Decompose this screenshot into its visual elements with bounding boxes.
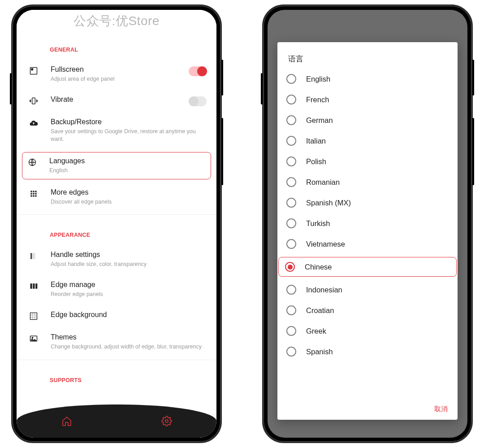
settings-row-vibrate[interactable]: Vibrate — [24, 89, 209, 112]
globe-icon — [24, 157, 40, 167]
radio-icon — [286, 136, 296, 146]
language-option-vietnamese[interactable]: Vietnamese — [280, 234, 455, 254]
svg-point-20 — [32, 337, 33, 339]
radio-icon — [286, 218, 296, 228]
cancel-button[interactable]: 取消 — [434, 405, 448, 413]
section-header: APPEARANCE — [24, 217, 209, 244]
settings-row-subtitle: Adjust area of edge panel — [51, 75, 209, 83]
settings-row-languages[interactable]: LanguagesEnglish — [22, 152, 211, 179]
settings-row-title: More edges — [51, 188, 209, 196]
svg-rect-2 — [32, 98, 35, 104]
language-option-label: Polish — [306, 157, 326, 166]
language-option-label: Greek — [306, 327, 326, 335]
language-option-label: German — [306, 116, 333, 125]
toggle-vibrate[interactable] — [189, 96, 207, 106]
svg-rect-15 — [30, 283, 32, 289]
screen-language-dialog: 语言 EnglishFrenchGermanItalianPolishRoman… — [268, 10, 467, 438]
nav-home[interactable] — [17, 405, 117, 438]
settings-row-subtitle: Change background, adjust width of edge,… — [51, 343, 209, 351]
radio-icon — [286, 177, 296, 187]
svg-rect-7 — [30, 193, 32, 194]
radio-icon — [286, 326, 296, 336]
handle-icon — [26, 251, 42, 261]
svg-point-21 — [165, 420, 168, 422]
language-option-german[interactable]: German — [280, 110, 455, 130]
bottom-nav — [17, 405, 216, 438]
svg-rect-5 — [33, 191, 34, 192]
settings-row-edge-background[interactable]: Edge background — [24, 304, 209, 327]
language-option-label: Spanish — [306, 348, 333, 356]
screen-settings: 公众号:优Store GENERALFullscreenAdjust area … — [17, 10, 216, 438]
settings-row-subtitle: Save your settings to Google Drive, rest… — [51, 128, 209, 143]
language-option-turkish[interactable]: Turkish — [280, 213, 455, 234]
language-dialog: 语言 EnglishFrenchGermanItalianPolishRoman… — [277, 42, 458, 420]
language-option-indonesian[interactable]: Indonesian — [280, 279, 455, 300]
language-option-label: Italian — [306, 137, 326, 145]
settings-row-title: Edge manage — [51, 281, 209, 289]
svg-rect-16 — [33, 283, 35, 289]
radio-icon — [285, 262, 295, 272]
settings-row-title: Languages — [49, 157, 211, 165]
svg-rect-14 — [30, 253, 32, 259]
settings-row-fullscreen[interactable]: FullscreenAdjust area of edge panel — [24, 59, 209, 89]
svg-rect-11 — [33, 195, 34, 196]
language-option-label: Chinese — [305, 263, 332, 271]
language-option-label: Croatian — [306, 306, 334, 315]
svg-rect-1 — [31, 69, 33, 70]
language-option-label: English — [306, 75, 330, 83]
language-option-spanish-mx-[interactable]: Spanish (MX) — [280, 192, 455, 213]
language-option-romanian[interactable]: Romanian — [280, 172, 455, 192]
svg-rect-6 — [35, 191, 36, 192]
dialog-title: 语言 — [277, 42, 458, 69]
language-option-greek[interactable]: Greek — [280, 321, 455, 341]
image-icon — [26, 333, 42, 343]
section-divider — [17, 360, 216, 360]
svg-rect-12 — [35, 195, 36, 196]
vibrate-icon — [26, 96, 42, 105]
radio-icon — [286, 115, 296, 125]
radio-icon — [286, 239, 296, 249]
svg-rect-18 — [30, 313, 37, 320]
language-option-english[interactable]: English — [280, 69, 455, 89]
settings-row-title: Fullscreen — [51, 65, 209, 74]
language-option-croatian[interactable]: Croatian — [280, 300, 455, 321]
language-option-chinese[interactable]: Chinese — [278, 257, 457, 277]
settings-row-subtitle: Reorder edge panels — [51, 291, 209, 298]
section-header: GENERAL — [24, 32, 209, 59]
language-option-label: Indonesian — [306, 286, 342, 294]
radio-icon — [286, 305, 296, 315]
svg-rect-9 — [35, 193, 36, 194]
phone-frame-right: 语言 EnglishFrenchGermanItalianPolishRoman… — [262, 4, 473, 443]
svg-rect-17 — [35, 283, 37, 289]
language-option-list[interactable]: EnglishFrenchGermanItalianPolishRomanian… — [277, 69, 458, 401]
settings-row-title: Handle settings — [51, 251, 209, 259]
radio-icon — [286, 157, 296, 166]
pattern-icon — [26, 311, 42, 321]
settings-row-edge-manage[interactable]: Edge manageReorder edge panels — [24, 274, 209, 304]
settings-row-title: Edge background — [51, 311, 209, 319]
settings-row-backup-restore[interactable]: Backup/RestoreSave your settings to Goog… — [24, 112, 209, 149]
svg-rect-8 — [33, 193, 34, 194]
radio-icon — [286, 198, 296, 208]
language-option-french[interactable]: French — [280, 89, 455, 110]
language-option-label: Vietnamese — [306, 240, 345, 248]
section-divider — [17, 214, 216, 215]
settings-row-subtitle: English — [49, 167, 211, 174]
radio-icon — [286, 74, 296, 84]
toggle-fullscreen[interactable] — [189, 66, 207, 76]
settings-row-title: Vibrate — [51, 96, 209, 104]
settings-row-themes[interactable]: ThemesChange background, adjust width of… — [24, 327, 209, 357]
settings-row-handle-settings[interactable]: Handle settingsAdjust handle size, color… — [24, 244, 209, 274]
language-option-italian[interactable]: Italian — [280, 130, 455, 151]
section-header: SUPPORTS — [24, 363, 209, 390]
language-option-label: Turkish — [306, 219, 330, 228]
settings-row-title: Backup/Restore — [51, 118, 209, 126]
settings-row-subtitle: Discover all edge panels — [51, 198, 209, 206]
cloud-upload-icon — [26, 118, 42, 128]
language-option-label: Romanian — [306, 178, 340, 187]
settings-row-more-edges[interactable]: More edgesDiscover all edge panels — [24, 182, 209, 212]
nav-settings[interactable] — [117, 405, 216, 438]
language-option-polish[interactable]: Polish — [280, 151, 455, 172]
language-option-spanish[interactable]: Spanish — [280, 341, 455, 362]
radio-icon — [286, 347, 296, 357]
